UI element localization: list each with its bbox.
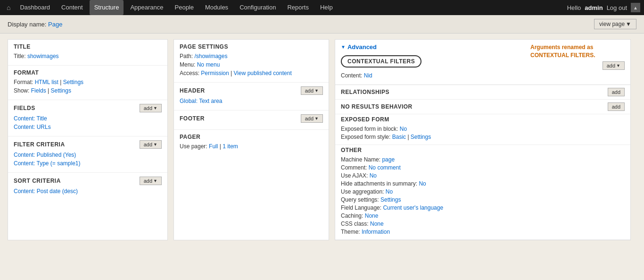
- header-section-heading: HEADER add ▼: [180, 86, 323, 95]
- filter-criteria-heading-text: FILTER CRITERIA: [14, 141, 65, 148]
- display-name-link[interactable]: Page: [48, 21, 62, 28]
- logout-link[interactable]: Log out: [607, 4, 627, 11]
- css-class-label: CSS class:: [341, 221, 369, 227]
- filter-published-link[interactable]: Content: Published (Yes): [14, 152, 76, 158]
- right-panel: ▼ Advanced CONTEXTUAL FILTERS Content: N…: [335, 39, 631, 240]
- path-field-row: Path: /showimages: [180, 53, 323, 59]
- field-language-value-link[interactable]: Current user's language: [383, 204, 443, 211]
- sort-criteria-heading: SORT CRITERIA add ▼: [14, 177, 162, 185]
- contextual-nid-link[interactable]: Nid: [364, 72, 372, 79]
- pager-full-link[interactable]: Full: [209, 143, 218, 150]
- title-value-link[interactable]: showimages: [27, 53, 59, 59]
- footer-heading-text: FOOTER: [180, 115, 205, 122]
- nav-help[interactable]: Help: [315, 0, 338, 15]
- theme-value-link[interactable]: Information: [362, 229, 390, 235]
- display-name-row: Display name: Page: [8, 21, 62, 28]
- relationships-heading: RELATIONSHIPS: [341, 89, 389, 95]
- fields-content-urls-link[interactable]: Content: URLs: [14, 124, 51, 130]
- css-class-value-link[interactable]: None: [370, 221, 384, 227]
- caching-row: Caching: None: [341, 212, 625, 219]
- use-pager-label: Use pager:: [180, 143, 207, 150]
- ajax-label: Use AJAX:: [341, 172, 368, 179]
- header-heading-text: HEADER: [180, 87, 205, 94]
- format-field-row: Format: HTML list | Settings: [14, 79, 162, 85]
- comment-value-link[interactable]: No comment: [369, 164, 401, 171]
- hide-attachments-label: Hide attachments in summary:: [341, 180, 417, 187]
- view-page-label: view page: [599, 21, 625, 27]
- nav-modules[interactable]: Modules: [200, 0, 233, 15]
- no-results-section: NO RESULTS BEHAVIOR add: [335, 100, 630, 114]
- format-value-link[interactable]: HTML list: [35, 79, 58, 85]
- page-settings-section: PAGE SETTINGS Path: /showimages Menu: No…: [174, 40, 329, 83]
- contextual-add-button[interactable]: add ▼: [603, 61, 625, 70]
- field-language-row: Field Language: Current user's language: [341, 204, 625, 211]
- sort-criteria-heading-text: SORT CRITERIA: [14, 178, 61, 184]
- relationships-add-button[interactable]: add: [608, 88, 625, 96]
- footer-section: FOOTER add ▼: [174, 110, 329, 130]
- access-label: Access:: [180, 70, 199, 76]
- nav-content[interactable]: Content: [57, 0, 88, 15]
- pager-item-link[interactable]: 1 item: [223, 143, 238, 150]
- path-value-link[interactable]: /showimages: [194, 53, 227, 59]
- home-icon[interactable]: ⌂: [4, 4, 13, 11]
- filter-type-link[interactable]: Content: Type (= sample1): [14, 160, 81, 167]
- caching-value-link[interactable]: None: [365, 212, 379, 219]
- exposed-form-style-value-link[interactable]: Basic: [392, 134, 406, 140]
- nav-dashboard[interactable]: Dashboard: [15, 0, 55, 15]
- ajax-value-link[interactable]: No: [370, 172, 377, 179]
- header-add-label: add: [305, 88, 314, 93]
- menu-label: Menu:: [180, 61, 195, 68]
- header-text-area-link[interactable]: Global: Text area: [180, 98, 223, 104]
- show-value-link[interactable]: Fields: [31, 87, 46, 94]
- header-add-arrow-icon: ▼: [314, 88, 319, 93]
- exposed-form-style-label: Exposed form style:: [341, 134, 390, 140]
- filter-add-arrow-icon: ▼: [153, 142, 157, 147]
- advanced-label: Advanced: [347, 43, 377, 51]
- advanced-header-row: ▼ Advanced CONTEXTUAL FILTERS Content: N…: [335, 40, 630, 85]
- nav-reports[interactable]: Reports: [282, 0, 314, 15]
- header-add-button[interactable]: add ▼: [301, 86, 323, 95]
- query-settings-value-link[interactable]: Settings: [380, 196, 401, 203]
- fields-content-title-link[interactable]: Content: Title: [14, 115, 47, 122]
- no-results-add-button[interactable]: add: [608, 102, 625, 111]
- filter-criteria-add-button[interactable]: add ▼: [140, 140, 162, 149]
- view-page-button[interactable]: view page ▼: [594, 19, 636, 29]
- ajax-row: Use AJAX: No: [341, 172, 625, 179]
- scroll-up-button[interactable]: ▲: [631, 3, 640, 12]
- menu-value-link[interactable]: No menu: [197, 61, 220, 68]
- fields-add-label: add: [144, 105, 152, 111]
- nav-people[interactable]: People: [170, 0, 198, 15]
- footer-add-button[interactable]: add ▼: [301, 114, 323, 123]
- query-settings-row: Query settings: Settings: [341, 196, 625, 203]
- contextual-add-arrow-icon: ▼: [616, 63, 620, 68]
- sort-criteria-section: SORT CRITERIA add ▼ Content: Post date (…: [8, 173, 167, 200]
- hide-attachments-value-link[interactable]: No: [419, 180, 426, 187]
- contextual-content-row: Content: Nid: [341, 72, 421, 79]
- advanced-toggle[interactable]: ▼ Advanced: [341, 43, 421, 51]
- access-permission-link[interactable]: Permission: [201, 70, 229, 76]
- title-label: Title:: [14, 53, 26, 59]
- sort-add-label: add: [144, 178, 152, 184]
- nav-structure[interactable]: Structure: [90, 0, 124, 15]
- view-published-content-link[interactable]: View published content: [234, 70, 292, 76]
- top-navigation: ⌂ Dashboard Content Structure Appearance…: [0, 0, 644, 15]
- show-label: Show:: [14, 87, 29, 94]
- sort-criteria-add-button[interactable]: add ▼: [140, 177, 162, 185]
- exposed-form-settings-link[interactable]: Settings: [411, 134, 431, 140]
- nav-appearance[interactable]: Appearance: [125, 0, 168, 15]
- other-heading: OTHER: [341, 147, 625, 153]
- exposed-form-block-value-link[interactable]: No: [400, 126, 407, 132]
- menu-field-row: Menu: No menu: [180, 61, 323, 68]
- sort-post-date-link[interactable]: Content: Post date (desc): [14, 188, 78, 195]
- aggregation-value-link[interactable]: No: [386, 188, 393, 195]
- format-settings-link[interactable]: Settings: [63, 79, 83, 85]
- show-settings-link[interactable]: Settings: [51, 87, 71, 94]
- css-class-row: CSS class: None: [341, 221, 625, 227]
- footer-section-heading: FOOTER add ▼: [180, 114, 323, 123]
- pager-field-row: Use pager: Full | 1 item: [180, 143, 323, 150]
- fields-add-button[interactable]: add ▼: [140, 104, 162, 112]
- machine-name-value-link[interactable]: page: [382, 156, 395, 163]
- query-settings-label: Query settings:: [341, 196, 379, 203]
- pager-heading: PAGER: [180, 134, 323, 140]
- nav-configuration[interactable]: Configuration: [235, 0, 281, 15]
